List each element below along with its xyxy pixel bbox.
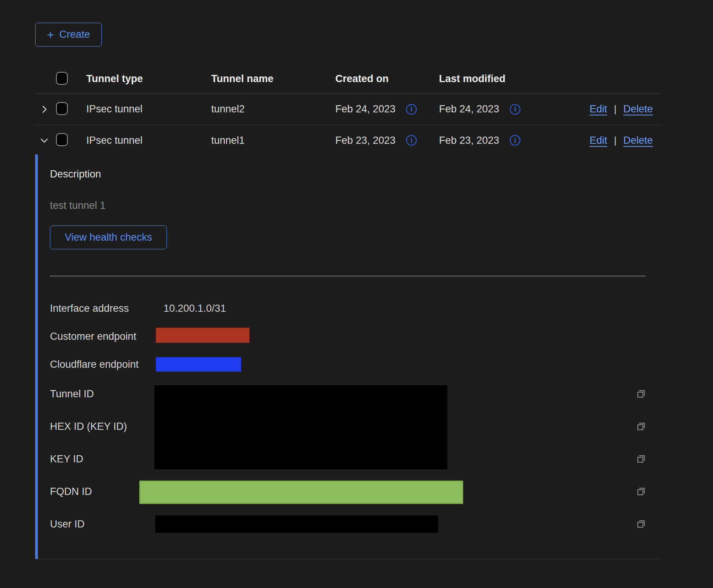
- info-icon[interactable]: i: [406, 104, 417, 115]
- expanded-row-accent-bar: [35, 154, 38, 559]
- header-tunnel-name: Tunnel name: [211, 73, 335, 85]
- view-health-checks-button[interactable]: View health checks: [50, 226, 167, 249]
- table-header-row: Tunnel type Tunnel name Created on Last …: [35, 64, 660, 94]
- view-health-checks-label: View health checks: [65, 232, 152, 243]
- tunnel-name-value: tunnel2: [211, 103, 335, 115]
- create-button-label: Create: [59, 29, 90, 40]
- interface-address-value: 10.200.1.0/31: [163, 303, 226, 314]
- copy-fqdn-id-button[interactable]: [635, 485, 647, 498]
- copy-user-id-button[interactable]: [635, 518, 647, 530]
- copy-icon: [635, 518, 647, 530]
- copy-key-id-button[interactable]: [635, 453, 647, 465]
- header-tunnel-type: Tunnel type: [86, 73, 211, 85]
- chevron-down-icon[interactable]: [39, 135, 50, 146]
- row-checkbox[interactable]: [56, 102, 68, 115]
- fqdn-id-label: FQDN ID: [50, 486, 92, 498]
- customer-endpoint-label: Customer endpoint: [50, 331, 136, 342]
- description-value: test tunnel 1: [50, 200, 106, 212]
- panel-divider: [50, 276, 646, 276]
- table-row-tunnel2: IPsec tunnel tunnel2 Feb 24, 2023 i Feb …: [35, 94, 660, 125]
- select-all-checkbox[interactable]: [56, 72, 68, 85]
- delete-link[interactable]: Delete: [623, 135, 653, 146]
- copy-tunnel-id-button[interactable]: [635, 388, 647, 400]
- cloudflare-endpoint-redacted-value: [156, 357, 241, 372]
- key-id-label: KEY ID: [50, 453, 83, 465]
- hex-id-label: HEX ID (KEY ID): [50, 421, 127, 432]
- action-separator: |: [614, 135, 616, 146]
- copy-icon: [635, 420, 647, 432]
- ids-redacted-value-block: [154, 385, 447, 469]
- copy-hex-id-button[interactable]: [635, 420, 647, 432]
- edit-link[interactable]: Edit: [590, 135, 607, 146]
- cloudflare-endpoint-label: Cloudflare endpoint: [50, 359, 139, 370]
- copy-icon: [635, 453, 647, 465]
- tunnels-page: + Create Tunnel type Tunnel name Created…: [0, 0, 713, 588]
- tunnels-table: Tunnel type Tunnel name Created on Last …: [35, 64, 660, 156]
- header-last-modified: Last modified: [439, 73, 551, 85]
- header-checkbox-cell: [56, 72, 86, 86]
- tunnel-id-label: Tunnel ID: [50, 388, 94, 400]
- user-id-redacted-value: [155, 515, 438, 533]
- fqdn-id-redacted-value: [139, 481, 463, 504]
- last-modified-value: Feb 23, 2023: [439, 135, 499, 146]
- tunnel-detail-panel: Description test tunnel 1 View health ch…: [35, 156, 660, 559]
- created-on-value: Feb 24, 2023: [335, 103, 395, 115]
- info-icon[interactable]: i: [510, 104, 520, 115]
- created-on-value: Feb 23, 2023: [335, 135, 395, 146]
- customer-endpoint-redacted-value: [156, 328, 249, 343]
- action-separator: |: [614, 103, 616, 115]
- chevron-right-icon[interactable]: [39, 104, 50, 115]
- info-icon[interactable]: i: [510, 135, 520, 146]
- tunnel-type-value: IPsec tunnel: [86, 103, 211, 115]
- edit-link[interactable]: Edit: [590, 103, 607, 115]
- copy-icon: [635, 485, 647, 498]
- info-icon[interactable]: i: [406, 135, 417, 146]
- delete-link[interactable]: Delete: [623, 103, 653, 115]
- table-row-tunnel1: IPsec tunnel tunnel1 Feb 23, 2023 i Feb …: [35, 125, 660, 156]
- create-button[interactable]: + Create: [35, 23, 102, 47]
- tunnel-type-value: IPsec tunnel: [86, 135, 211, 146]
- plus-icon: +: [47, 29, 54, 41]
- row-checkbox[interactable]: [56, 133, 68, 146]
- description-label: Description: [50, 168, 101, 180]
- interface-address-label: Interface address: [50, 303, 129, 314]
- last-modified-value: Feb 24, 2023: [439, 103, 499, 115]
- tunnel-name-value: tunnel1: [211, 135, 335, 146]
- user-id-label: User ID: [50, 518, 85, 530]
- header-created-on: Created on: [335, 73, 439, 85]
- copy-icon: [635, 388, 647, 400]
